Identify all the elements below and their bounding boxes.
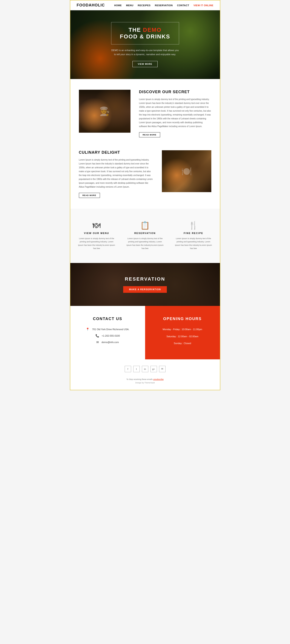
site-header: FOODAHOLIC HOME MENU RECEIPES RESERVATIO…	[70, 0, 220, 10]
discover-content: DISCOVER OUR SECRET Lorem Ipsum is simpl…	[139, 90, 211, 138]
social-links: f t in g+ ✉	[70, 359, 220, 374]
feature-recipe-title: FINE RECIPE	[184, 232, 203, 234]
nav-reservation[interactable]: RESERVATION	[155, 4, 173, 7]
hours-weekday: Monday - Friday : 10:00am - 11:00pm	[163, 328, 202, 331]
opening-hours-heading: OPENING HOURS	[163, 317, 202, 321]
reservation-icon: 📋	[140, 222, 150, 229]
culinary-content: CULINARY DELIGHT Lorem Ipsum is simply d…	[79, 150, 153, 198]
make-reservation-button[interactable]: MAKE A RERSERVATION	[123, 286, 167, 293]
social-twitter[interactable]: t	[133, 366, 140, 372]
hero-subtitle: DEMO is an enhanting and easy-to-use tem…	[111, 48, 180, 56]
hours-saturday: Saturday : 12:00am - 02:00am	[166, 335, 198, 338]
location-icon: 📍	[86, 328, 89, 331]
contact-email-item: ✉ demo@info.com	[96, 340, 119, 344]
features-section: 🍽 VIEW OUR MENU Lorem Ipsum is simply du…	[70, 209, 220, 263]
recipe-icon: 🍴	[189, 222, 198, 229]
feature-menu-title: VIEW OUR MENU	[84, 232, 109, 234]
hero-title-line2: FOOD & DRINKS	[120, 33, 170, 40]
main-nav: HOME MENU RECEIPES RESERVATION CONTACT V…	[114, 4, 213, 7]
social-instagram[interactable]: in	[142, 366, 148, 372]
contact-info: CONTACT US 📍 701 Old York Drive Richmond…	[70, 306, 145, 359]
footer-design-credit: Design by ThemeVault	[75, 381, 216, 384]
discover-read-more-button[interactable]: READ MORE	[139, 132, 160, 138]
contact-phone: +1-202-555-0100	[102, 334, 120, 337]
feature-reservation-title: RESERVATION	[134, 232, 156, 234]
opening-hours-section: OPENING HOURS Monday - Friday : 10:00am …	[145, 306, 220, 359]
culinary-read-more-button[interactable]: READ MORE	[79, 193, 100, 198]
nav-receipes[interactable]: RECEIPES	[138, 4, 151, 7]
feature-item-menu: 🍽 VIEW OUR MENU Lorem Ipsum is simply du…	[75, 222, 119, 250]
footer: To Stop receiving these emails unsubscri…	[70, 374, 220, 390]
hero-title-box: THE DEMO FOOD & DRINKS	[111, 22, 179, 44]
contact-email: demo@info.com	[101, 341, 119, 344]
email-icon: ✉	[96, 340, 99, 344]
feature-item-recipe: 🍴 FINE RECIPE Lorem Ipsum is simply dumm…	[171, 222, 215, 250]
contact-section: CONTACT US 📍 701 Old York Drive Richmond…	[70, 306, 220, 359]
discover-heading: DISCOVER OUR SECRET	[139, 90, 211, 94]
contact-heading: CONTACT US	[93, 317, 122, 321]
social-email[interactable]: ✉	[159, 366, 166, 372]
hero-title-line1: THE DEMO	[120, 26, 170, 33]
social-google-plus[interactable]: g+	[151, 366, 157, 372]
reservation-banner-title: RESERVATION	[125, 276, 165, 282]
contact-address-item: 📍 701 Old York Drive Richmond USA.	[86, 328, 129, 331]
hero-title-the-text: THE	[128, 26, 143, 33]
feature-recipe-text: Lorem Ipsum is simply dummy text of the …	[174, 237, 213, 250]
unsubscribe-link[interactable]: unsubscribe	[153, 378, 164, 380]
nav-contact[interactable]: CONTACT	[177, 4, 189, 7]
feature-item-reservation: 📋 RESERVATION Lorem Ipsum is simply dumm…	[123, 222, 167, 250]
hero-title-demo: DEMO	[143, 26, 162, 33]
culinary-image	[162, 150, 211, 192]
hours-sunday: Sunday : Closed	[174, 342, 191, 345]
discover-image	[79, 90, 130, 133]
nav-home[interactable]: HOME	[114, 4, 122, 7]
phone-icon: 📞	[95, 334, 99, 338]
site-logo: FOODAHOLIC	[77, 3, 105, 8]
reservation-banner-section: RESERVATION MAKE A RERSERVATION	[70, 263, 220, 306]
feature-reservation-text: Lorem Ipsum is simply dummy text of the …	[125, 237, 164, 250]
culinary-body: Lorem Ipsum is simply dummy text of the …	[79, 158, 153, 189]
nav-menu[interactable]: MENU	[126, 4, 133, 7]
reservation-banner-bg	[70, 263, 220, 306]
social-facebook[interactable]: f	[125, 366, 131, 372]
hero-section: THE DEMO FOOD & DRINKS DEMO is an enhant…	[70, 10, 220, 79]
culinary-section: CULINARY DELIGHT Lorem Ipsum is simply d…	[70, 148, 220, 209]
hero-view-more-button[interactable]: VIEW MORE	[132, 61, 158, 67]
footer-text-pre: To Stop receiving these emails	[126, 378, 153, 380]
discover-body: Lorem Ipsum is simply dummy text of the …	[139, 98, 211, 128]
nav-view-online[interactable]: VIEW IT ONLINE	[194, 4, 213, 7]
culinary-heading: CULINARY DELIGHT	[79, 150, 153, 155]
feature-menu-text: Lorem Ipsum is simply dummy text of the …	[77, 237, 116, 250]
contact-phone-item: 📞 +1-202-555-0100	[95, 334, 120, 338]
menu-icon: 🍽	[93, 222, 100, 229]
contact-address: 701 Old York Drive Richmond USA.	[92, 328, 129, 330]
discover-section: DISCOVER OUR SECRET Lorem Ipsum is simpl…	[70, 79, 220, 148]
footer-unsubscribe-text: To Stop receiving these emails unsubscri…	[75, 378, 216, 381]
hero-bg	[70, 10, 220, 79]
